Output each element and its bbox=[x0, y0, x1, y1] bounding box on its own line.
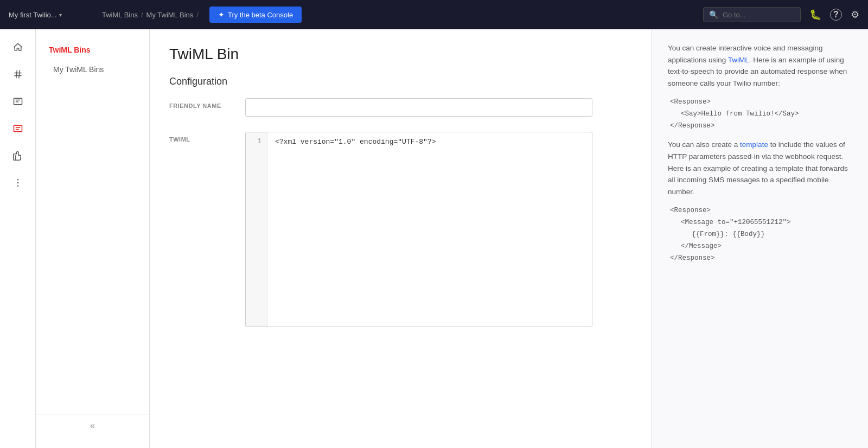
page-title: TwiML Bin bbox=[169, 46, 631, 63]
code-block-2: <Response> <Message to="+12065551212"> {… bbox=[668, 205, 852, 264]
friendly-name-input[interactable] bbox=[245, 98, 592, 117]
svg-rect-4 bbox=[14, 98, 22, 105]
code-line-1-3: </Response> bbox=[670, 120, 852, 131]
icon-sidebar bbox=[0, 29, 36, 448]
template-link[interactable]: template bbox=[740, 140, 768, 149]
twiml-editor-wrapper: 1 <?xml version="1.0" encoding="UTF-8"?> bbox=[245, 132, 592, 327]
breadcrumb-my-twiml-bins[interactable]: My TwiML Bins bbox=[146, 11, 194, 19]
code-line-2-1: <Response> bbox=[670, 205, 852, 216]
svg-point-12 bbox=[17, 185, 18, 187]
right-sidebar-para1: You can create interactive voice and mes… bbox=[668, 42, 852, 89]
code-line-2-3: {{From}}: {{Body}} bbox=[692, 229, 852, 240]
right-sidebar: You can create interactive voice and mes… bbox=[651, 29, 868, 448]
my-twiml-bins-nav-link[interactable]: My TwiML Bins bbox=[36, 60, 149, 79]
breadcrumb: TwiML Bins / My TwiML Bins / bbox=[102, 11, 199, 19]
beta-console-button[interactable]: ✦ Try the beta Console bbox=[209, 7, 302, 23]
sidebar-hash-icon[interactable] bbox=[5, 62, 30, 87]
header-right-actions: 🔍 🐛 ? ⚙ bbox=[703, 7, 859, 22]
content-area: TwiML Bin Configuration FRIENDLY NAME TW… bbox=[150, 29, 868, 448]
code-line-1-2: <Say>Hello from Twilio!</Say> bbox=[681, 108, 852, 119]
beta-spark-icon: ✦ bbox=[218, 10, 225, 19]
main-content: TwiML Bin Configuration FRIENDLY NAME TW… bbox=[150, 29, 651, 448]
beta-button-label: Try the beta Console bbox=[228, 11, 293, 19]
account-name: My first Twilio... bbox=[9, 11, 57, 19]
right-sidebar-para2: You can also create a template to includ… bbox=[668, 139, 852, 197]
twiml-label: TWIML bbox=[169, 132, 234, 143]
sidebar-collapse-button[interactable]: « bbox=[90, 421, 95, 431]
code-block-1: <Response> <Say>Hello from Twilio!</Say>… bbox=[668, 97, 852, 131]
svg-point-11 bbox=[17, 182, 18, 184]
sidebar-thumbs-icon[interactable] bbox=[5, 143, 30, 168]
line-number-1: 1 bbox=[251, 138, 261, 145]
code-editor: 1 <?xml version="1.0" encoding="UTF-8"?> bbox=[245, 132, 592, 327]
code-line-1-1: <Response> bbox=[670, 97, 852, 107]
nav-sidebar: TwiML Bins My TwiML Bins « bbox=[36, 29, 150, 448]
main-layout: TwiML Bins My TwiML Bins « TwiML Bin Con… bbox=[0, 29, 868, 448]
svg-line-2 bbox=[16, 71, 17, 79]
section-title: Configuration bbox=[169, 76, 631, 87]
search-icon: 🔍 bbox=[709, 10, 718, 19]
friendly-name-label: FRIENDLY NAME bbox=[169, 98, 234, 109]
twiml-bins-nav-link[interactable]: TwiML Bins bbox=[36, 40, 149, 60]
top-header: My first Twilio... ▾ TwiML Bins / My Twi… bbox=[0, 0, 868, 29]
breadcrumb-twiml-bins[interactable]: TwiML Bins bbox=[102, 11, 138, 19]
sidebar-more-icon[interactable] bbox=[5, 170, 30, 195]
help-icon[interactable]: ? bbox=[830, 9, 842, 21]
code-textarea[interactable]: <?xml version="1.0" encoding="UTF-8"?> bbox=[267, 132, 592, 327]
account-selector[interactable]: My first Twilio... ▾ bbox=[9, 11, 95, 19]
bug-icon[interactable]: 🐛 bbox=[809, 9, 821, 21]
line-numbers: 1 bbox=[246, 132, 267, 327]
settings-icon[interactable]: ⚙ bbox=[851, 9, 859, 21]
sidebar-studio-icon[interactable] bbox=[5, 89, 30, 114]
sidebar-home-icon[interactable] bbox=[5, 35, 30, 60]
twiml-link[interactable]: TwiML bbox=[728, 56, 749, 64]
code-line-2-5: </Response> bbox=[670, 253, 852, 264]
breadcrumb-sep1: / bbox=[141, 11, 143, 19]
friendly-name-input-wrapper bbox=[245, 98, 592, 117]
search-input[interactable] bbox=[723, 11, 793, 19]
svg-point-10 bbox=[17, 179, 18, 181]
sidebar-twiml-icon[interactable] bbox=[5, 116, 30, 141]
friendly-name-field: FRIENDLY NAME bbox=[169, 98, 631, 117]
code-line-2-2: <Message to="+12065551212"> bbox=[681, 217, 852, 228]
sidebar-collapse-area: « bbox=[36, 414, 149, 437]
twiml-field: TWIML 1 <?xml version="1.0" encoding="UT… bbox=[169, 132, 631, 327]
breadcrumb-sep2: / bbox=[196, 11, 199, 19]
search-box[interactable]: 🔍 bbox=[703, 7, 801, 22]
account-chevron-icon: ▾ bbox=[59, 12, 62, 18]
svg-rect-7 bbox=[14, 125, 22, 132]
svg-line-3 bbox=[18, 71, 20, 79]
code-line-2-4: </Message> bbox=[681, 241, 852, 252]
